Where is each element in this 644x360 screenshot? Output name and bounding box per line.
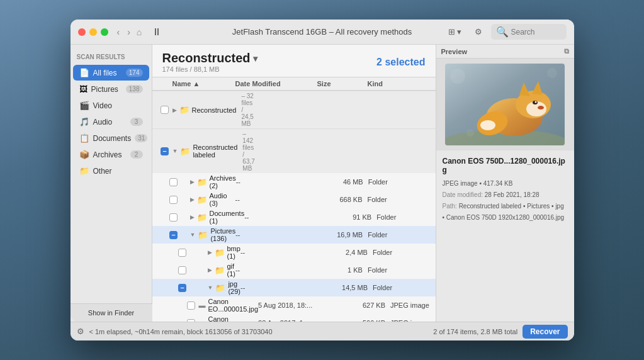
bmp-checkbox[interactable]: [178, 249, 186, 257]
file1-checkbox[interactable]: [187, 301, 195, 310]
bmp-folder-icon: 📁: [215, 248, 225, 257]
pictures-folder-name: ▼ 📁 Pictures (136): [181, 227, 236, 242]
table-row[interactable]: – ▼ 📁 Pictures (136) -- 16,9 MB Folder: [152, 226, 436, 244]
archives-checkbox[interactable]: [169, 178, 178, 186]
documents-icon: 📋: [79, 133, 89, 143]
pictures-label: Pictures (136): [210, 227, 235, 242]
search-box[interactable]: 🔍: [491, 24, 567, 40]
jpg-collapse-icon[interactable]: ▼: [208, 284, 213, 291]
audio-kind: Folder: [368, 196, 431, 203]
documents-label: Documents (1): [210, 210, 245, 225]
recover-button[interactable]: Recover: [523, 325, 567, 339]
table-row[interactable]: ▬ Canon EO...000015.jpg 5 Aug 2018, 18:.…: [152, 296, 436, 314]
bmp-expand-icon[interactable]: ▶: [208, 249, 212, 256]
preview-copy-icon[interactable]: ⧉: [564, 47, 569, 55]
pictures-size: 16,9 MB: [317, 231, 368, 239]
file1-label: Canon EO...000015.jpg: [208, 298, 259, 313]
archives-expand-icon[interactable]: ▶: [190, 179, 195, 185]
svg-point-14: [466, 129, 474, 137]
nav-buttons: ‹ ›: [115, 26, 133, 38]
minimize-button[interactable]: [89, 28, 97, 36]
documents-expand-icon[interactable]: ▶: [190, 214, 195, 220]
file-count: 174 files / 88,1 MB: [162, 65, 257, 73]
show-in-finder-button[interactable]: Show in Finder: [71, 303, 152, 322]
sidebar-item-documents[interactable]: 📋 Documents 31: [73, 130, 149, 146]
pause-button[interactable]: ⏸: [152, 26, 162, 38]
archives-kind: Folder: [368, 178, 431, 186]
forward-button[interactable]: ›: [125, 26, 133, 38]
sidebar-item-archives[interactable]: 📦 Archives 2: [73, 147, 149, 162]
file1-size: 627 KB: [340, 301, 390, 309]
col-header-date[interactable]: Date Modified: [235, 80, 317, 87]
bmp-size: 2,4 MB: [322, 249, 373, 256]
jpg-kind: Folder: [373, 284, 436, 291]
reconstructed-labeled-checkbox[interactable]: –: [161, 147, 169, 155]
documents-folder-icon: 📁: [197, 213, 207, 222]
table-row[interactable]: ▶ 📁 Archives (2) -- 46 MB Folder: [152, 173, 436, 191]
titlebar: ‹ › ⌂ ⏸ JetFlash Transcend 16GB – All re…: [71, 20, 574, 45]
preview-panel: Preview ⧉: [436, 45, 574, 322]
jpg-checkbox[interactable]: –: [178, 284, 186, 292]
reconstructed-section[interactable]: ▶ 📁 Reconstructed – 32 files / 24,5 MB: [152, 91, 436, 128]
status-bar: ⚙ < 1m elapsed, ~0h14m remain, block 161…: [71, 322, 574, 340]
gif-checkbox[interactable]: [178, 266, 186, 274]
folder-title[interactable]: Reconstructed ▾: [162, 51, 257, 65]
col-header-size[interactable]: Size: [317, 80, 368, 87]
reconstructed-labeled-collapse-icon[interactable]: ▼: [172, 148, 178, 154]
sidebar-label-archives: Archives: [93, 150, 127, 159]
sidebar-section-label: Scan results: [71, 51, 152, 64]
col-header-name[interactable]: Name ▲: [172, 80, 235, 87]
close-button[interactable]: [78, 28, 86, 36]
sidebar-item-video[interactable]: 🎬 Video: [73, 98, 149, 113]
reconstructed-label: Reconstructed: [192, 106, 237, 114]
table-row[interactable]: ▶ 📁 bmp (1) -- 2,4 MB Folder: [152, 244, 436, 261]
maximize-button[interactable]: [101, 28, 108, 36]
gif-size: 1 KB: [317, 266, 368, 274]
gif-expand-icon[interactable]: ▶: [208, 267, 212, 273]
reconstructed-checkbox[interactable]: [161, 106, 169, 114]
sidebar-item-pictures[interactable]: 🖼 Pictures 138: [73, 81, 149, 97]
reconstructed-collapse-icon[interactable]: ▶: [172, 107, 177, 113]
sidebar-item-other[interactable]: 📁 Other: [73, 163, 149, 179]
pictures-collapse-icon[interactable]: ▼: [190, 232, 196, 238]
preview-size: 417.34 KB: [483, 180, 513, 187]
reconstructed-labeled-section[interactable]: – ▼ 📁 Reconstructed labeled – 142 files …: [152, 128, 436, 173]
pictures-checkbox[interactable]: –: [169, 231, 178, 239]
pictures-folder-icon: 📁: [198, 230, 208, 240]
reconstructed-name: ▶ 📁 Reconstructed – 32 files / 24,5 MB: [172, 93, 254, 127]
preview-type-label: JPEG image: [443, 180, 478, 187]
sidebar-item-audio[interactable]: 🎵 Audio 3: [73, 114, 149, 130]
sidebar-badge-audio: 3: [130, 118, 143, 126]
preview-image: [445, 64, 565, 145]
titlebar-right: ⊞ ▾ ⚙ 🔍: [444, 24, 567, 40]
reconstructed-folder-icon: 📁: [179, 105, 189, 115]
file2-name: ▬ Canon EO...000011.jpg: [199, 315, 259, 322]
sidebar-item-all-files[interactable]: 📄 All files 174: [73, 65, 149, 81]
jpg-size: 14,5 MB: [322, 284, 373, 291]
bmp-kind: Folder: [373, 249, 436, 256]
sidebar-wrapper: Scan results 📄 All files 174 🖼 Pictures …: [71, 45, 152, 322]
gif-folder-icon: 📁: [215, 266, 225, 275]
search-input[interactable]: [511, 28, 562, 37]
back-button[interactable]: ‹: [115, 26, 123, 38]
documents-checkbox[interactable]: [169, 213, 178, 222]
home-button[interactable]: ⌂: [133, 26, 145, 38]
window-title: JetFlash Transcend 16GB – All recovery m…: [232, 27, 412, 37]
table-row[interactable]: – ▼ 📁 jpg (29) -- 14,5 MB Folder: [152, 279, 436, 296]
view-button[interactable]: ⊞ ▾: [444, 26, 466, 38]
audio-size: 668 KB: [317, 196, 368, 203]
file1-icon: ▬: [199, 301, 206, 309]
sidebar-badge-archives: 2: [130, 150, 143, 159]
table-header: Name ▲ Date Modified Size Kind: [152, 77, 436, 91]
col-header-kind[interactable]: Kind: [368, 80, 431, 87]
folder-name: Reconstructed: [162, 51, 251, 65]
filter-button[interactable]: ⚙: [471, 26, 486, 38]
audio-expand-icon[interactable]: ▶: [190, 196, 195, 203]
table-row[interactable]: ▶ 📁 Audio (3) -- 668 KB Folder: [152, 191, 436, 208]
archives-label: Archives (2): [210, 174, 236, 189]
documents-size: 91 KB: [326, 213, 376, 221]
table-row[interactable]: ▬ Canon EO...000011.jpg 23 Apr 2017, 1:.…: [152, 314, 436, 322]
table-row[interactable]: ▶ 📁 gif (1) -- 1 KB Folder: [152, 261, 436, 279]
table-row[interactable]: ▶ 📁 Documents (1) -- 91 KB Folder: [152, 208, 436, 226]
audio-checkbox[interactable]: [169, 196, 178, 204]
